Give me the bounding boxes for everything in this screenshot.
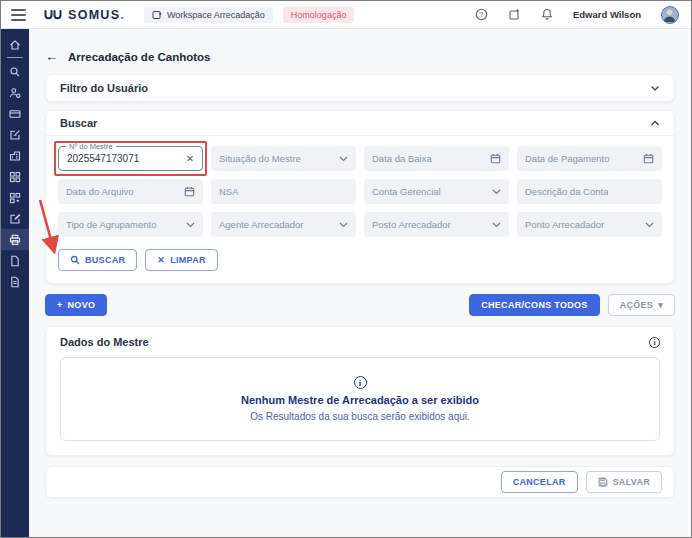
sidebar-item-home[interactable] — [1, 34, 29, 55]
save-icon — [598, 477, 608, 487]
master-data-panel: Dados do Mestre i i Nenhum Mestre de Arr… — [45, 326, 675, 456]
cancelar-button[interactable]: CANCELAR — [501, 471, 578, 493]
sidebar-item-modules[interactable] — [1, 166, 29, 187]
master-data-title: Dados do Mestre — [60, 336, 149, 348]
note-add-icon[interactable] — [508, 8, 521, 21]
sidebar-item-file[interactable] — [1, 250, 29, 271]
field-data-da-baixa[interactable]: Data da Baixa — [364, 146, 509, 171]
chevron-down-icon — [492, 189, 501, 195]
filter-panel[interactable]: Filtro do Usuário — [45, 74, 675, 102]
field-descricao-da-conta[interactable]: Descrição da Conta — [517, 179, 662, 204]
user-badge-icon — [9, 87, 21, 99]
search-buttons-row: BUSCAR ✕ LIMPAR — [46, 237, 674, 283]
chevron-down-icon[interactable] — [650, 85, 660, 92]
field-numero-do-mestre[interactable]: Nº do Mestre 2025547173071 ✕ — [58, 146, 203, 171]
field-nsa[interactable]: NSA — [211, 179, 356, 204]
empty-state: i Nenhum Mestre de Arrecadação a ser exi… — [60, 357, 660, 441]
field-posto-arrecadador[interactable]: Posto Arrecadador — [364, 212, 509, 237]
svg-text:?: ? — [480, 11, 484, 18]
chevron-down-icon — [492, 222, 501, 228]
buscar-button[interactable]: BUSCAR — [58, 249, 137, 271]
master-data-header: Dados do Mestre i — [46, 327, 674, 356]
sidebar-item-organization[interactable] — [1, 145, 29, 166]
page-title: Arrecadação de Canhotos — [68, 51, 211, 63]
topbar: SOMUS. Workspace Arrecadação Homologação… — [1, 1, 691, 29]
workspace-icon — [152, 10, 162, 20]
search-panel-title: Buscar — [60, 117, 97, 129]
search-fields-grid: Nº do Mestre 2025547173071 ✕ Situação do… — [46, 136, 674, 237]
edit-document-icon — [9, 129, 21, 141]
calendar-icon — [184, 186, 195, 197]
field-situacao-do-mestre[interactable]: Situação do Mestre — [211, 146, 356, 171]
calendar-icon — [490, 153, 501, 164]
hamburger-menu-icon[interactable] — [11, 9, 26, 21]
novo-button[interactable]: + NOVO — [45, 294, 107, 316]
search-icon — [70, 255, 80, 265]
field-value: 2025547173071 — [67, 153, 139, 164]
edit-document-2-icon — [9, 213, 21, 225]
filter-panel-title: Filtro do Usuário — [60, 82, 148, 94]
avatar[interactable] — [661, 6, 679, 24]
checar-cons-todos-button[interactable]: CHECAR/CONS TODOS — [469, 294, 599, 316]
sidebar-item-file-text[interactable] — [1, 271, 29, 292]
search-panel-header[interactable]: Buscar — [46, 111, 674, 136]
file-text-icon — [9, 276, 21, 288]
acoes-button[interactable]: AÇÕES ▾ — [608, 294, 675, 316]
field-data-de-pagamento[interactable]: Data de Pagamento — [517, 146, 662, 171]
footer-bar: CANCELAR SALVAR — [45, 466, 675, 498]
field-data-do-arquivo[interactable]: Data do Arquivo — [58, 179, 203, 204]
empty-state-title: Nenhum Mestre de Arrecadação a ser exibi… — [241, 394, 479, 406]
field-agente-arrecadador[interactable]: Agente Arrecadador — [211, 212, 356, 237]
limpar-button[interactable]: ✕ LIMPAR — [145, 249, 217, 271]
main-content: ← Arrecadação de Canhotos Filtro do Usuá… — [29, 29, 691, 537]
field-floating-label: Nº do Mestre — [66, 143, 116, 151]
sidebar-item-print[interactable] — [1, 229, 29, 250]
chevron-down-icon — [339, 222, 348, 228]
topbar-right: ? Edward Wilson — [475, 6, 679, 24]
home-icon — [9, 39, 21, 51]
salvar-button[interactable]: SALVAR — [586, 471, 662, 493]
action-row: + NOVO CHECAR/CONS TODOS AÇÕES ▾ — [45, 294, 675, 316]
info-icon[interactable]: i — [649, 337, 660, 348]
search-panel: Buscar Nº do Mestre 2025547173071 ✕ Situ… — [45, 110, 675, 284]
help-icon[interactable]: ? — [475, 8, 488, 21]
clear-icon[interactable]: ✕ — [186, 153, 194, 164]
sidebar-divider — [7, 57, 23, 58]
sidebar-item-cards[interactable] — [1, 103, 29, 124]
logo-text: SOMUS — [68, 8, 120, 22]
x-icon: ✕ — [157, 255, 165, 265]
info-icon: i — [354, 376, 367, 389]
empty-state-subtitle: Os Resultados da sua busca serão exibido… — [250, 411, 470, 422]
back-arrow-icon[interactable]: ← — [45, 50, 58, 63]
sidebar-item-register[interactable] — [1, 124, 29, 145]
field-tipo-de-agrupamento[interactable]: Tipo de Agrupamento — [58, 212, 203, 237]
card-icon — [9, 108, 21, 120]
user-name: Edward Wilson — [573, 9, 641, 20]
calendar-icon — [643, 153, 654, 164]
plus-icon: + — [57, 300, 63, 310]
caret-down-icon: ▾ — [658, 300, 663, 310]
logo-dot: . — [120, 7, 124, 22]
modules-grid-2-icon — [9, 192, 21, 204]
page-header: ← Arrecadação de Canhotos — [45, 50, 675, 63]
chevron-up-icon[interactable] — [650, 120, 660, 127]
chevron-down-icon — [339, 156, 348, 162]
workspace-chip-label: Workspace Arrecadação — [167, 10, 265, 20]
right-actions: CHECAR/CONS TODOS AÇÕES ▾ — [469, 294, 675, 316]
sidebar-item-users[interactable] — [1, 82, 29, 103]
workspace-chip[interactable]: Workspace Arrecadação — [144, 7, 273, 23]
sidebar-item-modules-2[interactable] — [1, 187, 29, 208]
sidebar-item-edit[interactable] — [1, 208, 29, 229]
environment-badge: Homologação — [283, 7, 355, 23]
sidebar-item-search[interactable] — [1, 61, 29, 82]
chevron-down-icon — [186, 222, 195, 228]
app-window: SOMUS. Workspace Arrecadação Homologação… — [0, 0, 692, 538]
app-logo: SOMUS. — [44, 7, 124, 22]
bell-icon[interactable] — [541, 8, 553, 21]
building-icon — [9, 150, 21, 162]
search-icon — [9, 66, 21, 78]
somus-logo-icon — [44, 9, 63, 21]
field-ponto-arrecadador[interactable]: Ponto Arrecadador — [517, 212, 662, 237]
printer-icon — [9, 234, 21, 246]
field-conta-gerencial[interactable]: Conta Gerencial — [364, 179, 509, 204]
